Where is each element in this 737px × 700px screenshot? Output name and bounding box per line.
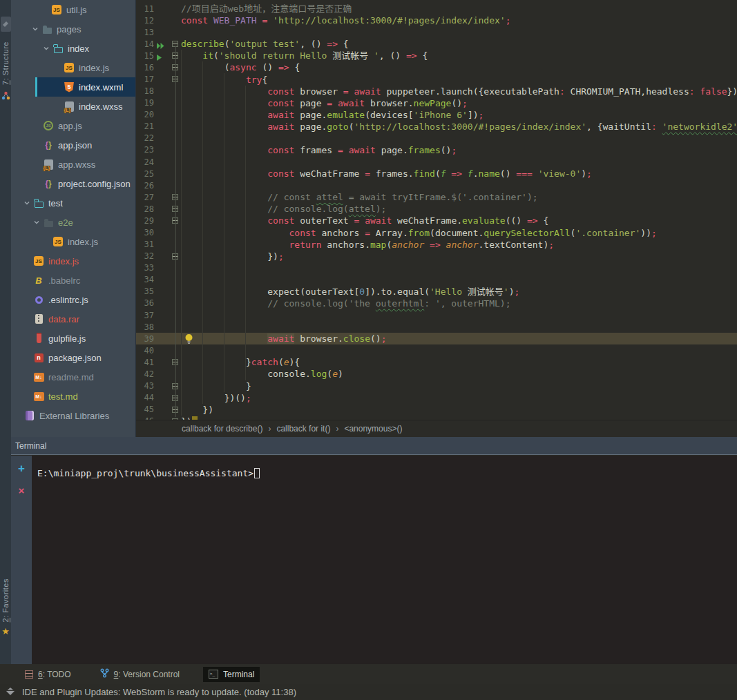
code-line-13[interactable]: 13 (136, 26, 737, 38)
tool-window-icon[interactable] (1, 17, 11, 32)
tree-item-test-md[interactable]: M↓test.md (11, 387, 135, 406)
line-number[interactable]: 19 (136, 98, 154, 108)
tree-item--babelrc[interactable]: B.babelrc (11, 271, 135, 290)
toolwindow-button-terminal[interactable]: >_Terminal (203, 667, 260, 682)
line-number[interactable]: 45 (136, 405, 154, 414)
line-number[interactable]: 13 (136, 28, 154, 37)
line-number[interactable]: 28 (136, 204, 154, 214)
toolwindow-button-9-version-control[interactable]: 9: Version Control (95, 665, 185, 683)
code-line-39[interactable]: 39 await browser.close(); (136, 333, 737, 344)
line-number[interactable]: 34 (136, 275, 154, 284)
tree-item-e2e[interactable]: e2e (11, 213, 135, 232)
tree-item-index-wxml[interactable]: 5index.wxml (11, 77, 135, 97)
line-number[interactable]: 29 (136, 216, 154, 226)
line-number[interactable]: 16 (136, 63, 154, 72)
line-number[interactable]: 36 (136, 298, 154, 308)
code-line-37[interactable]: 37 (136, 309, 737, 321)
line-number[interactable]: 33 (136, 263, 154, 273)
line-number[interactable]: 20 (136, 110, 154, 119)
status-message[interactable]: IDE and Plugin Updates: WebStorm is read… (22, 687, 296, 697)
code-line-16[interactable]: 16 (async () => { (136, 61, 737, 73)
line-number[interactable]: 37 (136, 311, 154, 320)
code-line-44[interactable]: 44 })(); (136, 392, 737, 404)
line-number[interactable]: 40 (136, 346, 154, 356)
tree-item-data-rar[interactable]: data.rar (11, 309, 135, 329)
line-number[interactable]: 18 (136, 86, 154, 96)
breadcrumb-item[interactable]: callback for it() (276, 424, 330, 434)
close-session-button[interactable]: × (19, 486, 25, 496)
line-number[interactable]: 24 (136, 157, 154, 167)
code-line-18[interactable]: 18 const browser = await puppeteer.launc… (136, 86, 737, 97)
line-number[interactable]: 26 (136, 181, 154, 191)
code-line-33[interactable]: 33 (136, 262, 737, 274)
code-line-23[interactable]: 23 const frames = await page.frames(); (136, 144, 737, 156)
tree-item-app-json[interactable]: {}app.json (11, 135, 135, 155)
code-line-45[interactable]: 45 }) (136, 404, 737, 416)
new-session-button[interactable]: + (18, 464, 25, 474)
line-number[interactable]: 32 (136, 251, 154, 261)
favorites-toolwindow-button[interactable]: 2: Favorites (1, 579, 10, 622)
expand-chevron[interactable] (22, 200, 32, 206)
tree-item-app-js[interactable]: JSapp.js (11, 116, 135, 135)
line-number[interactable]: 12 (136, 16, 154, 26)
toolwindow-button-6-todo[interactable]: 6: TODO (19, 667, 77, 682)
code-line-20[interactable]: 20 await page.emulate(devices['iPhone 6'… (136, 109, 737, 121)
line-number[interactable]: 39 (136, 334, 154, 344)
code-line-11[interactable]: 11//项目启动web地址，注意端口号是否正确 (136, 3, 737, 14)
code-line-26[interactable]: 26 (136, 179, 737, 191)
line-number[interactable]: 17 (136, 75, 154, 84)
terminal-title[interactable]: Terminal (15, 441, 46, 451)
code-line-31[interactable]: 31 return anchors.map(anchor => anchor.t… (136, 239, 737, 251)
tree-item-app-wxss[interactable]: {L}app.wxss (11, 155, 135, 174)
expand-chevron[interactable] (30, 26, 40, 32)
line-number[interactable]: 25 (136, 169, 154, 179)
line-number[interactable]: 22 (136, 133, 154, 143)
line-number[interactable]: 44 (136, 393, 154, 402)
code-editor[interactable]: 11//项目启动web地址，注意端口号是否正确12const WEB_PATH … (136, 0, 737, 420)
line-number[interactable]: 31 (136, 240, 154, 249)
line-number[interactable]: 21 (136, 121, 154, 131)
tree-item-util-js[interactable]: JSutil.js (11, 0, 135, 19)
tree-item-gulpfile-js[interactable]: gulpfile.js (11, 329, 135, 348)
code-line-27[interactable]: 27 // const attel = await tryItFrame.$('… (136, 191, 737, 203)
tree-item-external-libraries[interactable]: External Libraries (11, 406, 135, 425)
code-line-12[interactable]: 12const WEB_PATH = 'http://localhost:300… (136, 14, 737, 26)
line-number[interactable]: 35 (136, 286, 154, 296)
code-line-28[interactable]: 28 // console.log(attel); (136, 203, 737, 215)
event-diamond-icon[interactable] (6, 686, 15, 699)
tree-item--eslintrc-js[interactable]: .eslintrc.js (11, 290, 135, 309)
line-number[interactable]: 43 (136, 381, 154, 391)
line-number[interactable]: 41 (136, 358, 154, 367)
hierarchy-icon[interactable] (1, 90, 10, 103)
code-line-15[interactable]: 15 it('should return Hello 测试帐号 ', () =>… (136, 50, 737, 61)
tree-item-pages[interactable]: pages (11, 19, 135, 39)
line-number[interactable]: 14 (136, 39, 154, 49)
line-number[interactable]: 38 (136, 322, 154, 332)
code-line-40[interactable]: 40 (136, 344, 737, 356)
code-line-38[interactable]: 38 (136, 321, 737, 333)
line-number[interactable]: 11 (136, 4, 154, 14)
code-line-42[interactable]: 42 console.log(e) (136, 368, 737, 380)
tree-item-readme-md[interactable]: M↓readme.md (11, 367, 135, 387)
tree-item-test[interactable]: test (11, 193, 135, 213)
code-line-30[interactable]: 30 const anchors = Array.from(document.q… (136, 226, 737, 238)
code-line-32[interactable]: 32 }); (136, 251, 737, 262)
expand-chevron[interactable] (41, 45, 51, 52)
tree-item-index-wxss[interactable]: {L}index.wxss (11, 97, 135, 116)
intention-bulb-icon[interactable] (184, 333, 193, 347)
code-line-21[interactable]: 21 await page.goto('http://localhost:300… (136, 121, 737, 133)
code-line-19[interactable]: 19 const page = await browser.newPage(); (136, 97, 737, 109)
code-line-41[interactable]: 41 }catch(e){ (136, 356, 737, 368)
tree-item-index[interactable]: index (11, 39, 135, 58)
code-line-34[interactable]: 34 (136, 274, 737, 286)
line-number[interactable]: 42 (136, 369, 154, 379)
tree-item-project-config-json[interactable]: {}project.config.json (11, 174, 135, 193)
code-line-17[interactable]: 17 try{ (136, 73, 737, 85)
tree-item-package-json[interactable]: npackage.json (11, 348, 135, 367)
line-number[interactable]: 30 (136, 228, 154, 237)
code-line-24[interactable]: 24 (136, 156, 737, 168)
tree-item-index-js[interactable]: JSindex.js (11, 251, 135, 271)
line-number[interactable]: 15 (136, 51, 154, 61)
code-line-36[interactable]: 36 // console.log('the outerhtml: ', out… (136, 298, 737, 309)
terminal-output[interactable]: E:\miniapp_proj\trunk\businessAssistant> (32, 456, 737, 664)
